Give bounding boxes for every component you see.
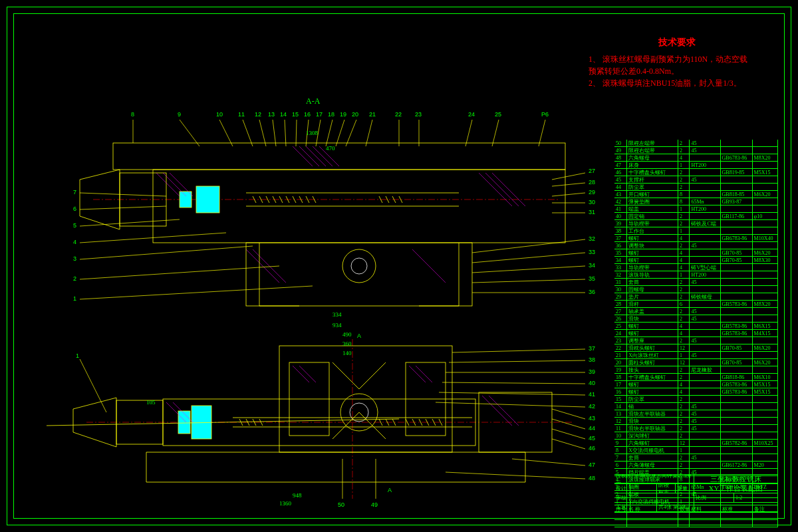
svg-line-15 (479, 173, 512, 206)
svg-text:9: 9 (178, 111, 181, 118)
title-block-table: 控制系(需)导轨及方向计算表3所示 三坐标数控铣床 设计 阶段标志 重量 XY工… (614, 474, 778, 512)
svg-point-38 (342, 249, 376, 283)
bom-row: 36调整块245 (614, 242, 778, 249)
svg-text:10: 10 (216, 111, 223, 118)
bom-row: 17螺钉4GB5783-86M5X15 (614, 381, 778, 388)
svg-text:44: 44 (589, 425, 595, 432)
svg-line-138 (406, 419, 409, 426)
bom-row: 18十字槽盘头螺钉2GB818-86M6X10 (614, 374, 778, 381)
svg-text:41: 41 (589, 391, 595, 398)
svg-line-151 (482, 396, 512, 426)
svg-text:50: 50 (338, 501, 344, 508)
svg-text:24: 24 (468, 111, 475, 118)
bom-row: 11滑块右半联轴器245 (614, 425, 778, 432)
plan-view: 3738 3940 4142 4344 4546 4748 5049 1 A A (47, 326, 605, 512)
svg-text:42: 42 (589, 403, 595, 410)
bom-row: 39导轨楔带2铸铁及C端 (614, 220, 778, 227)
svg-rect-37 (246, 243, 472, 306)
bom-row: 46十字槽盘头螺钉2GB819-85M5X15 (614, 169, 778, 176)
svg-text:17: 17 (316, 111, 323, 118)
svg-line-149 (409, 366, 426, 382)
bom-row: 41端盖1HT200 (614, 205, 778, 213)
svg-line-46 (219, 120, 233, 146)
svg-text:35: 35 (589, 275, 595, 282)
bom-row: 9六角螺钉12GB5782-86M10X25 (614, 440, 778, 447)
svg-line-164 (552, 419, 585, 429)
svg-point-39 (351, 258, 367, 274)
svg-line-51 (296, 120, 297, 146)
svg-line-18 (246, 249, 279, 283)
bom-row: 42弹簧垫圈865MnGB93-87 (614, 198, 778, 205)
tb-scale-lbl: 比例 (694, 493, 734, 502)
svg-text:2: 2 (73, 275, 76, 282)
svg-text:48: 48 (589, 475, 595, 481)
bom-row: 44防尘罩2 (614, 184, 778, 191)
svg-text:5: 5 (73, 222, 76, 229)
req-line1b: 预紧转矩公差0.4-0.8Nm。 (589, 65, 781, 77)
svg-line-165 (552, 429, 585, 439)
bom-row: 23调整座245 (614, 337, 778, 344)
svg-line-54 (326, 120, 332, 146)
bom-row: 28滑杆6GB5783-86M8X20 (614, 301, 778, 308)
svg-text:40: 40 (589, 380, 595, 386)
svg-line-166 (552, 439, 585, 449)
section-view-aa: 89 1011 1213 1415 1617 1819 2021 2223 24… (47, 106, 605, 319)
svg-line-16 (485, 173, 519, 206)
bom-row: 31套筒245 (614, 279, 778, 286)
svg-line-69 (472, 253, 585, 263)
svg-line-12 (306, 146, 326, 166)
bom-row: 37螺钉4GB6783-86M10X40 (614, 235, 778, 242)
bom-row: 14销245 (614, 403, 778, 410)
svg-text:46: 46 (589, 445, 595, 452)
svg-text:14: 14 (280, 111, 287, 118)
svg-text:28: 28 (589, 179, 595, 186)
svg-text:36: 36 (589, 289, 595, 295)
svg-line-10 (293, 146, 313, 166)
bom-row: 6六角薄螺母2GB6172-86M20 (614, 462, 778, 469)
bom-row: 29垫片2铸铁螺母 (614, 293, 778, 301)
svg-line-148 (299, 366, 316, 382)
svg-line-160 (442, 382, 585, 384)
tb-chk-lbl: 审核 (614, 493, 630, 502)
svg-line-64 (552, 183, 585, 186)
tb-project: 三坐标数控铣床 (694, 475, 778, 483)
svg-text:34: 34 (589, 262, 595, 269)
svg-rect-6 (180, 192, 192, 207)
svg-line-71 (472, 279, 585, 283)
bom-row: 27轴承盖245 (614, 308, 778, 315)
svg-line-7 (156, 173, 180, 196)
dim-1308: 1308 (306, 130, 318, 136)
bom-row: 43开口螺钉8GB818-85M6X20 (614, 191, 778, 198)
svg-text:49: 49 (371, 501, 378, 508)
svg-line-73 (80, 193, 166, 196)
svg-line-169 (80, 359, 106, 412)
svg-line-17 (492, 173, 525, 206)
svg-text:32: 32 (589, 235, 595, 242)
svg-text:18: 18 (328, 111, 334, 118)
dim-490: 490 (342, 331, 352, 338)
dim-105: 105 (146, 399, 156, 406)
svg-rect-125 (178, 411, 190, 434)
svg-line-45 (180, 120, 200, 146)
svg-line-63 (552, 173, 585, 180)
section-label: A-A (306, 96, 320, 106)
svg-text:13: 13 (268, 111, 275, 118)
svg-text:31: 31 (589, 209, 595, 215)
bom-row: 30固螺母2 (614, 286, 778, 293)
req-line1: 1、 滚珠丝杠螺母副预紧力为110N，动态空载 (589, 53, 781, 65)
svg-line-147 (293, 366, 309, 382)
svg-text:1: 1 (73, 295, 76, 302)
tb-mass: 重量 (676, 484, 694, 493)
svg-line-48 (259, 120, 266, 146)
dim-470: 470 (326, 145, 335, 152)
arrow-a-bot: A (388, 487, 392, 493)
svg-text:11: 11 (238, 111, 245, 118)
svg-line-152 (489, 396, 519, 426)
svg-line-19 (253, 249, 286, 283)
svg-line-157 (452, 349, 585, 352)
bom-row: 22滑枕头螺钉12GB70-85M6X20 (614, 344, 778, 352)
svg-text:29: 29 (589, 189, 595, 196)
svg-line-62 (539, 120, 545, 146)
svg-rect-5 (196, 186, 219, 213)
svg-text:12: 12 (255, 111, 261, 118)
